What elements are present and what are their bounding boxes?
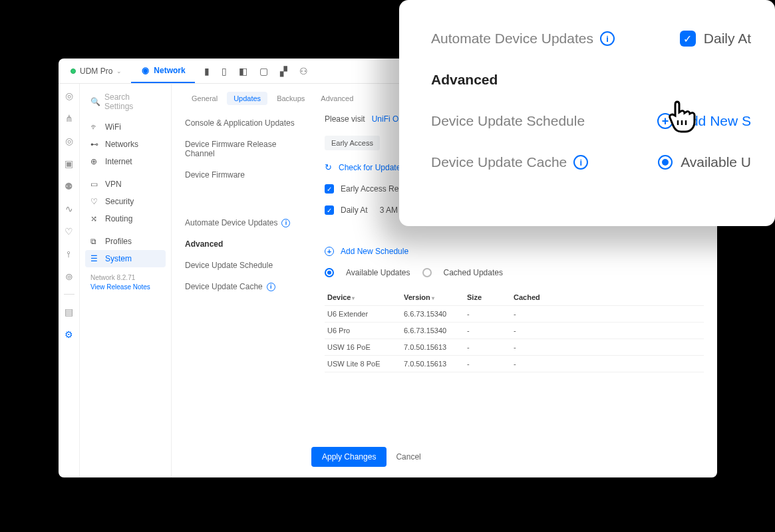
- sidebar-item-label: WiFi: [105, 122, 121, 132]
- rail-radio-icon[interactable]: ◎: [65, 136, 73, 146]
- chart-icon[interactable]: ▞: [280, 66, 287, 76]
- label-console-updates: Console & Application Updates: [185, 118, 298, 128]
- tab-label: Network: [154, 66, 185, 75]
- rail-stats-icon[interactable]: ⫯: [67, 249, 71, 259]
- cancel-button[interactable]: Cancel: [396, 452, 420, 462]
- sidebar-item-security[interactable]: ♡Security: [85, 193, 166, 210]
- sidebar-footer: Network 8.2.71 View Release Notes: [85, 271, 166, 293]
- rail-shield-icon[interactable]: ♡: [65, 226, 73, 237]
- sidebar-item-label: VPN: [105, 180, 122, 189]
- sidebar-item-profiles[interactable]: ⧉Profiles: [85, 233, 166, 250]
- sub-tab-updates[interactable]: Updates: [227, 92, 267, 105]
- daily-label: Daily At: [341, 205, 368, 215]
- sidebar-item-routing[interactable]: ⤭Routing: [85, 210, 166, 227]
- sidebar-item-wifi[interactable]: ᯤWiFi: [85, 118, 166, 136]
- table-row[interactable]: U6 Extender6.6.73.15340--: [325, 306, 704, 323]
- tablet-icon[interactable]: ◧: [239, 66, 247, 76]
- checkbox-early-access[interactable]: ✓: [325, 184, 334, 194]
- zoom-automate-label: Automate Device Updates: [431, 31, 593, 47]
- rail-notes-icon[interactable]: ▤: [65, 307, 73, 317]
- sidebar-item-label: Profiles: [105, 237, 132, 246]
- plus-icon[interactable]: +: [325, 247, 334, 256]
- rail-topology-icon[interactable]: ⋔: [65, 113, 73, 124]
- sort-icon: ▾: [352, 295, 355, 301]
- label-automate-updates: Automate Device Updatesi: [185, 218, 298, 227]
- release-notes-link[interactable]: View Release Notes: [90, 283, 160, 291]
- tab-network[interactable]: ◉ Network: [131, 59, 194, 83]
- sidebar-item-vpn[interactable]: ▭VPN: [85, 176, 166, 193]
- info-icon[interactable]: i: [267, 283, 275, 291]
- add-schedule-link[interactable]: Add New Schedule: [341, 247, 408, 256]
- zoom-cache-label: Device Update Cache: [431, 154, 567, 170]
- profiles-icon: ⧉: [90, 237, 100, 246]
- console-picker[interactable]: UDM Pro ⌄: [64, 64, 128, 78]
- table-row[interactable]: USW 16 PoE7.0.50.15613--: [325, 339, 704, 356]
- rail-settings-icon[interactable]: ⚙: [65, 329, 73, 340]
- version-label: Network 8.2.71: [90, 274, 135, 281]
- daily-time[interactable]: 3 AM: [380, 205, 398, 215]
- table-row[interactable]: U6 Pro6.6.73.15340--: [325, 323, 704, 339]
- radio-available-label: Available Updates: [346, 268, 410, 277]
- plus-icon[interactable]: +: [657, 113, 673, 129]
- phone-icon[interactable]: ▯: [222, 66, 227, 76]
- nav-rail: ◎ ⋔ ◎ ▣ ⚉ ∿ ♡ ⫯ ⊚ ▤ ⚙: [59, 84, 80, 477]
- vpn-icon: ▭: [90, 180, 100, 189]
- networks-icon: ⊷: [90, 140, 100, 149]
- zoom-add-new-link[interactable]: Add New S: [681, 113, 751, 129]
- sidebar-item-internet[interactable]: ⊕Internet: [85, 153, 166, 170]
- globe-icon: ⊕: [90, 157, 100, 166]
- sidebar-item-system[interactable]: ☰System: [85, 250, 166, 267]
- action-bar: Apply Changes Cancel: [311, 447, 421, 467]
- sidebar-item-label: Networks: [105, 140, 138, 149]
- search-placeholder: Search Settings: [104, 92, 160, 111]
- col-size[interactable]: Size: [467, 293, 514, 301]
- network-icon: ◉: [140, 66, 150, 75]
- label-cache: Device Update Cachei: [185, 282, 298, 291]
- search-input[interactable]: 🔍 Search Settings: [85, 89, 166, 114]
- chevron-down-icon: ⌄: [116, 68, 122, 74]
- app-icons: ▮ ▯ ◧ ▢ ▞ ⚇: [204, 66, 308, 76]
- device-icon[interactable]: ▮: [204, 66, 210, 76]
- col-version[interactable]: Version▾: [404, 293, 467, 301]
- col-device[interactable]: Device▾: [327, 293, 404, 301]
- apply-button[interactable]: Apply Changes: [311, 447, 387, 467]
- sub-tab-general[interactable]: General: [185, 92, 224, 105]
- sidebar-item-label: Routing: [105, 214, 132, 223]
- release-channel-select[interactable]: Early Access: [325, 136, 380, 150]
- rail-users-icon[interactable]: ⚉: [65, 181, 73, 192]
- search-icon: 🔍: [90, 97, 100, 106]
- rail-signal-icon[interactable]: ∿: [65, 203, 73, 214]
- info-icon[interactable]: i: [600, 31, 615, 46]
- sidebar-item-networks[interactable]: ⊷Networks: [85, 136, 166, 153]
- col-cached[interactable]: Cached: [514, 293, 560, 301]
- table-row[interactable]: USW Lite 8 PoE7.0.50.15613--: [325, 356, 704, 372]
- sort-icon: ▾: [432, 295, 434, 301]
- rail-divider: [64, 294, 75, 295]
- sidebar-item-label: Internet: [105, 157, 132, 166]
- routing-icon: ⤭: [90, 214, 100, 223]
- rail-dashboard-icon[interactable]: ◎: [65, 90, 73, 101]
- refresh-icon[interactable]: ↻: [325, 162, 332, 172]
- radio-available-zoom[interactable]: [658, 155, 673, 170]
- radio-cached-label: Cached Updates: [444, 268, 503, 277]
- status-dot-icon: [71, 68, 76, 74]
- checkbox-daily[interactable]: ✓: [325, 205, 334, 215]
- zoom-panel: Automate Device Updatesi ✓Daily At Advan…: [399, 0, 775, 226]
- checkbox-daily-zoom[interactable]: ✓: [680, 31, 696, 47]
- zoom-schedule-label: Device Update Schedule: [431, 113, 585, 129]
- rail-clients-icon[interactable]: ▣: [65, 158, 73, 169]
- check-updates-link[interactable]: Check for Updates: [339, 163, 404, 172]
- radio-cached[interactable]: [422, 268, 432, 277]
- rail-wifi-icon[interactable]: ⊚: [65, 271, 73, 282]
- sub-tabs: General Updates Backups Advanced: [185, 92, 298, 105]
- sub-tab-backups[interactable]: Backups: [270, 92, 311, 105]
- user-icon[interactable]: ⚇: [299, 66, 308, 76]
- info-icon[interactable]: i: [281, 219, 290, 227]
- label-advanced: Advanced: [185, 239, 298, 249]
- info-icon[interactable]: i: [573, 155, 588, 170]
- radio-available[interactable]: [325, 268, 334, 277]
- zoom-available-label: Available U: [681, 154, 751, 170]
- sidebar-item-label: Security: [105, 197, 134, 206]
- label-release-channel: Device Firmware Release Channel: [185, 140, 298, 158]
- display-icon[interactable]: ▢: [259, 66, 268, 76]
